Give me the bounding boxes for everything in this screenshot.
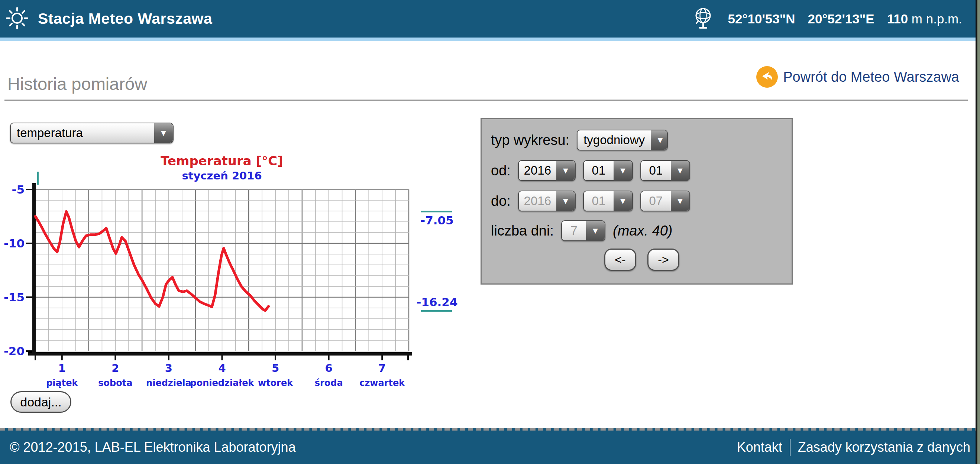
to-day-value: 07 [641,191,671,211]
x-tick [168,356,169,360]
chart-area: Temperatura [°C] styczeń 2016 -5-10-15-2… [0,149,476,393]
chevron-down-icon: ▼ [671,161,689,180]
from-month-value: 01 [584,161,614,180]
y-tick [26,296,32,298]
series-select-value: temperatura [11,123,154,143]
days-count-select[interactable]: 7 ▼ [561,220,605,241]
page-title: Historia pomiarów [8,73,147,94]
x-tick-number: 2 [111,362,119,375]
chevron-down-icon: ▼ [556,191,575,211]
temperature-line [35,211,268,311]
x-tick-number: 7 [378,362,386,375]
days-count-label: liczba dni: [491,223,554,239]
sun-icon [5,6,29,32]
from-day-select[interactable]: 01 ▼ [640,160,690,181]
back-arrow-icon [756,66,778,88]
globe-icon [691,6,715,32]
x-tick-number: 3 [165,362,172,375]
header-left: Stacja Meteo Warszawa [5,6,212,32]
chart-grid [35,189,409,351]
chart-series [35,211,268,311]
min-value-label: -16.24 [417,296,458,309]
x-tick-weekday: środa [315,378,343,388]
next-period-button[interactable]: -> [648,248,679,271]
to-day-select[interactable]: 07 ▼ [640,191,690,211]
footer-link-kontakt[interactable]: Kontakt [737,440,782,455]
y-tick-label: -20 [4,344,24,358]
chevron-down-icon: ▼ [651,130,668,150]
back-link-label: Powrót do Meteo Warszawa [783,69,959,85]
y-tick-label: -10 [4,237,24,250]
x-axis [28,352,412,356]
chevron-down-icon: ▼ [556,161,575,180]
x-tick-number: 5 [272,362,279,375]
x-tick-weekday: piątek [46,378,78,388]
altitude-number: 110 [887,11,908,26]
x-tick [275,356,276,360]
y-tick [26,189,32,190]
chevron-down-icon: ▼ [671,191,689,211]
date-to-row: do: 2016 ▼ 01 ▼ 07 ▼ [491,191,690,211]
altitude-value: 110 m n.p.m. [887,11,962,26]
from-year-value: 2016 [519,161,556,180]
footer-links: Kontakt Zasady korzystania z danych [737,439,970,456]
chart-type-row: typ wykresu: tygodniowy ▼ [491,130,668,151]
chevron-down-icon: ▼ [614,161,632,180]
add-button[interactable]: dodaj... [10,391,72,413]
to-month-select[interactable]: 01 ▼ [583,191,633,211]
series-select[interactable]: temperatura ▼ [10,122,173,143]
chart-type-value: tygodniowy [578,130,651,150]
footer-link-separator [790,439,791,456]
chart-type-select[interactable]: tygodniowy ▼ [577,130,668,151]
chevron-down-icon: ▼ [614,191,632,211]
x-tick [328,356,329,360]
max-value-label: -7.05 [420,214,453,227]
y-axis [32,183,36,355]
latitude-value: 52°10'53"N [728,11,795,26]
x-tick [381,356,383,360]
x-tick [221,356,223,360]
x-tick-number: 4 [218,362,226,375]
longitude-value: 20°52'13"E [808,11,875,26]
header-bar: Stacja Meteo Warszawa 52°10'53"N 20°52'1… [0,0,980,38]
footer-link-zasady[interactable]: Zasady korzystania z danych [798,440,970,455]
y-tick-label: -15 [4,291,24,304]
copyright-text: © 2012-2015, LAB-EL Elektronika Laborato… [10,440,296,455]
footer-bar: © 2012-2015, LAB-EL Elektronika Laborato… [0,428,980,464]
to-year-value: 2016 [519,191,556,211]
back-to-meteo-link[interactable]: Powrót do Meteo Warszawa [756,66,959,88]
from-month-select[interactable]: 01 ▼ [583,160,633,181]
days-max-note: (max. 40) [613,223,672,239]
days-count-row: liczba dni: 7 ▼ (max. 40) [491,220,672,241]
chart-type-label: typ wykresu: [491,132,570,148]
days-count-value: 7 [562,221,586,240]
period-nav-row: <- -> [604,248,679,271]
previous-period-button[interactable]: <- [604,248,636,271]
x-tick-weekday: niedziela [146,378,191,388]
to-year-select[interactable]: 2016 ▼ [518,191,576,211]
window-right-edge [975,0,980,464]
cursor-marker [37,172,39,184]
x-tick [61,356,63,360]
chevron-down-icon: ▼ [154,123,173,143]
chart-controls-panel: typ wykresu: tygodniowy ▼ od: 2016 ▼ 01 … [480,118,793,284]
header-location: 52°10'53"N 20°52'13"E 110 m n.p.m. [691,6,962,32]
chevron-down-icon: ▼ [586,221,605,240]
app-title: Stacja Meteo Warszawa [38,10,212,27]
chart-axis-labels: -5-10-15-201piątek2sobota3niedziela4poni… [4,183,405,388]
from-year-select[interactable]: 2016 ▼ [518,160,576,181]
x-tick [115,356,116,360]
y-tick [26,350,32,352]
y-tick-label: -5 [12,183,24,196]
x-tick-weekday: wtorek [258,378,293,388]
date-from-row: od: 2016 ▼ 01 ▼ 01 ▼ [491,160,690,181]
x-end-tick [35,356,36,360]
chart-title: Temperatura [°C] [161,153,283,168]
x-tick-number: 1 [58,362,66,375]
from-label: od: [491,163,511,179]
y-tick [26,243,32,244]
to-label: do: [491,193,511,209]
chart-subtitle: styczeń 2016 [182,169,262,182]
chart-annotations: -7.05 -16.24 [417,212,458,311]
x-tick-weekday: sobota [98,378,132,388]
